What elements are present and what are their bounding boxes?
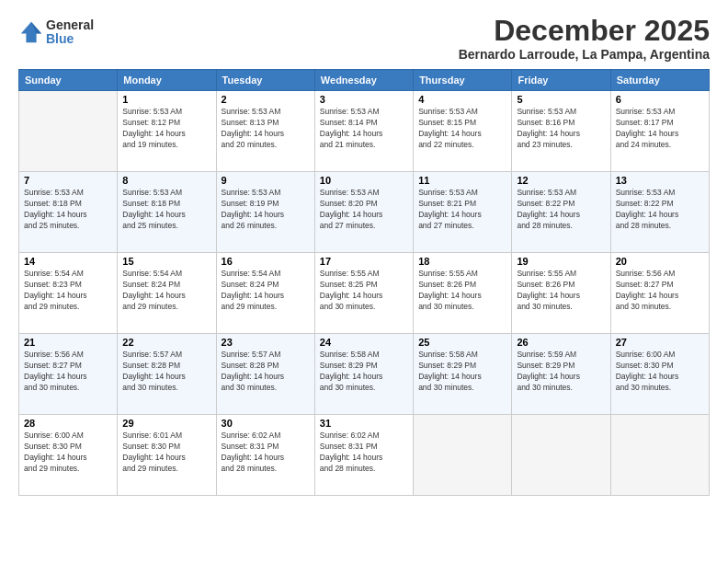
day-info: Sunrise: 6:01 AM Sunset: 8:30 PM Dayligh… bbox=[122, 431, 210, 475]
day-number: 14 bbox=[24, 256, 112, 267]
calendar-cell: 10Sunrise: 5:53 AM Sunset: 8:20 PM Dayli… bbox=[314, 172, 413, 253]
day-info: Sunrise: 5:59 AM Sunset: 8:29 PM Dayligh… bbox=[517, 350, 605, 394]
title-block: December 2025 Bernardo Larroude, La Pamp… bbox=[459, 15, 710, 62]
calendar-cell: 9Sunrise: 5:53 AM Sunset: 8:19 PM Daylig… bbox=[216, 172, 314, 253]
calendar-cell: 31Sunrise: 6:02 AM Sunset: 8:31 PM Dayli… bbox=[314, 415, 413, 496]
day-number: 13 bbox=[616, 175, 704, 186]
day-info: Sunrise: 5:53 AM Sunset: 8:22 PM Dayligh… bbox=[616, 188, 704, 232]
calendar-cell bbox=[610, 415, 709, 496]
weekday-header-tuesday: Tuesday bbox=[216, 70, 314, 91]
day-number: 12 bbox=[517, 175, 605, 186]
calendar-cell: 19Sunrise: 5:55 AM Sunset: 8:26 PM Dayli… bbox=[512, 253, 610, 334]
logo-blue: Blue bbox=[46, 32, 94, 46]
logo-icon bbox=[18, 19, 44, 45]
calendar-cell: 30Sunrise: 6:02 AM Sunset: 8:31 PM Dayli… bbox=[216, 415, 314, 496]
calendar-cell bbox=[19, 91, 118, 172]
day-info: Sunrise: 5:53 AM Sunset: 8:18 PM Dayligh… bbox=[122, 188, 210, 232]
calendar-cell: 2Sunrise: 5:53 AM Sunset: 8:13 PM Daylig… bbox=[216, 91, 314, 172]
calendar-week-row: 21Sunrise: 5:56 AM Sunset: 8:27 PM Dayli… bbox=[19, 334, 710, 415]
day-number: 17 bbox=[320, 256, 408, 267]
day-info: Sunrise: 5:53 AM Sunset: 8:22 PM Dayligh… bbox=[517, 188, 605, 232]
month-title: December 2025 bbox=[459, 15, 710, 47]
day-info: Sunrise: 5:53 AM Sunset: 8:12 PM Dayligh… bbox=[122, 107, 210, 151]
day-info: Sunrise: 6:00 AM Sunset: 8:30 PM Dayligh… bbox=[616, 350, 704, 394]
day-info: Sunrise: 5:53 AM Sunset: 8:15 PM Dayligh… bbox=[418, 107, 506, 151]
day-number: 2 bbox=[222, 94, 310, 105]
day-number: 21 bbox=[24, 337, 112, 348]
calendar-page: General Blue December 2025 Bernardo Larr… bbox=[0, 0, 728, 563]
day-info: Sunrise: 5:58 AM Sunset: 8:29 PM Dayligh… bbox=[320, 350, 408, 394]
day-number: 8 bbox=[122, 175, 210, 186]
day-info: Sunrise: 5:57 AM Sunset: 8:28 PM Dayligh… bbox=[122, 350, 210, 394]
calendar-cell: 3Sunrise: 5:53 AM Sunset: 8:14 PM Daylig… bbox=[314, 91, 413, 172]
calendar-cell: 17Sunrise: 5:55 AM Sunset: 8:25 PM Dayli… bbox=[314, 253, 413, 334]
day-number: 15 bbox=[122, 256, 210, 267]
day-number: 22 bbox=[122, 337, 210, 348]
calendar-cell: 12Sunrise: 5:53 AM Sunset: 8:22 PM Dayli… bbox=[512, 172, 610, 253]
weekday-header-friday: Friday bbox=[512, 70, 610, 91]
day-info: Sunrise: 5:55 AM Sunset: 8:25 PM Dayligh… bbox=[320, 269, 408, 313]
day-number: 7 bbox=[24, 175, 112, 186]
calendar-cell: 14Sunrise: 5:54 AM Sunset: 8:23 PM Dayli… bbox=[19, 253, 118, 334]
day-number: 11 bbox=[418, 175, 506, 186]
day-info: Sunrise: 5:53 AM Sunset: 8:20 PM Dayligh… bbox=[320, 188, 408, 232]
weekday-header-sunday: Sunday bbox=[19, 70, 118, 91]
calendar-cell: 26Sunrise: 5:59 AM Sunset: 8:29 PM Dayli… bbox=[512, 334, 610, 415]
day-info: Sunrise: 5:55 AM Sunset: 8:26 PM Dayligh… bbox=[517, 269, 605, 313]
calendar-cell: 11Sunrise: 5:53 AM Sunset: 8:21 PM Dayli… bbox=[414, 172, 512, 253]
day-info: Sunrise: 5:53 AM Sunset: 8:14 PM Dayligh… bbox=[320, 107, 408, 151]
calendar-cell: 15Sunrise: 5:54 AM Sunset: 8:24 PM Dayli… bbox=[118, 253, 216, 334]
calendar-cell: 23Sunrise: 5:57 AM Sunset: 8:28 PM Dayli… bbox=[216, 334, 314, 415]
calendar-cell: 18Sunrise: 5:55 AM Sunset: 8:26 PM Dayli… bbox=[414, 253, 512, 334]
day-info: Sunrise: 6:00 AM Sunset: 8:30 PM Dayligh… bbox=[24, 431, 112, 475]
day-number: 10 bbox=[320, 175, 408, 186]
day-number: 27 bbox=[616, 337, 704, 348]
calendar-week-row: 14Sunrise: 5:54 AM Sunset: 8:23 PM Dayli… bbox=[19, 253, 710, 334]
calendar-cell: 29Sunrise: 6:01 AM Sunset: 8:30 PM Dayli… bbox=[118, 415, 216, 496]
day-number: 1 bbox=[122, 94, 210, 105]
day-info: Sunrise: 5:53 AM Sunset: 8:19 PM Dayligh… bbox=[222, 188, 310, 232]
day-info: Sunrise: 6:02 AM Sunset: 8:31 PM Dayligh… bbox=[222, 431, 310, 475]
calendar-cell: 5Sunrise: 5:53 AM Sunset: 8:16 PM Daylig… bbox=[512, 91, 610, 172]
calendar-cell: 8Sunrise: 5:53 AM Sunset: 8:18 PM Daylig… bbox=[118, 172, 216, 253]
day-info: Sunrise: 5:56 AM Sunset: 8:27 PM Dayligh… bbox=[616, 269, 704, 313]
day-number: 5 bbox=[517, 94, 605, 105]
day-info: Sunrise: 5:53 AM Sunset: 8:16 PM Dayligh… bbox=[517, 107, 605, 151]
day-info: Sunrise: 5:57 AM Sunset: 8:28 PM Dayligh… bbox=[222, 350, 310, 394]
day-number: 20 bbox=[616, 256, 704, 267]
calendar-week-row: 28Sunrise: 6:00 AM Sunset: 8:30 PM Dayli… bbox=[19, 415, 710, 496]
logo: General Blue bbox=[18, 18, 94, 47]
day-info: Sunrise: 5:53 AM Sunset: 8:13 PM Dayligh… bbox=[222, 107, 310, 151]
calendar-cell: 24Sunrise: 5:58 AM Sunset: 8:29 PM Dayli… bbox=[314, 334, 413, 415]
day-info: Sunrise: 5:54 AM Sunset: 8:23 PM Dayligh… bbox=[24, 269, 112, 313]
day-info: Sunrise: 5:53 AM Sunset: 8:21 PM Dayligh… bbox=[418, 188, 506, 232]
day-number: 4 bbox=[418, 94, 506, 105]
weekday-header-monday: Monday bbox=[118, 70, 216, 91]
day-number: 26 bbox=[517, 337, 605, 348]
day-number: 24 bbox=[320, 337, 408, 348]
calendar-cell: 7Sunrise: 5:53 AM Sunset: 8:18 PM Daylig… bbox=[19, 172, 118, 253]
weekday-header-wednesday: Wednesday bbox=[314, 70, 413, 91]
day-info: Sunrise: 5:56 AM Sunset: 8:27 PM Dayligh… bbox=[24, 350, 112, 394]
calendar-table: SundayMondayTuesdayWednesdayThursdayFrid… bbox=[18, 69, 710, 496]
day-number: 23 bbox=[222, 337, 310, 348]
day-number: 25 bbox=[418, 337, 506, 348]
calendar-cell: 27Sunrise: 6:00 AM Sunset: 8:30 PM Dayli… bbox=[610, 334, 709, 415]
calendar-cell: 28Sunrise: 6:00 AM Sunset: 8:30 PM Dayli… bbox=[19, 415, 118, 496]
calendar-cell: 13Sunrise: 5:53 AM Sunset: 8:22 PM Dayli… bbox=[610, 172, 709, 253]
day-number: 31 bbox=[320, 418, 408, 429]
location-subtitle: Bernardo Larroude, La Pampa, Argentina bbox=[459, 47, 710, 62]
day-number: 28 bbox=[24, 418, 112, 429]
day-info: Sunrise: 6:02 AM Sunset: 8:31 PM Dayligh… bbox=[320, 431, 408, 475]
calendar-cell bbox=[414, 415, 512, 496]
day-info: Sunrise: 5:58 AM Sunset: 8:29 PM Dayligh… bbox=[418, 350, 506, 394]
weekday-header-thursday: Thursday bbox=[414, 70, 512, 91]
calendar-cell: 1Sunrise: 5:53 AM Sunset: 8:12 PM Daylig… bbox=[118, 91, 216, 172]
calendar-cell: 22Sunrise: 5:57 AM Sunset: 8:28 PM Dayli… bbox=[118, 334, 216, 415]
day-info: Sunrise: 5:55 AM Sunset: 8:26 PM Dayligh… bbox=[418, 269, 506, 313]
calendar-week-row: 1Sunrise: 5:53 AM Sunset: 8:12 PM Daylig… bbox=[19, 91, 710, 172]
day-info: Sunrise: 5:54 AM Sunset: 8:24 PM Dayligh… bbox=[222, 269, 310, 313]
logo-general: General bbox=[46, 18, 94, 32]
day-number: 16 bbox=[222, 256, 310, 267]
day-info: Sunrise: 5:53 AM Sunset: 8:17 PM Dayligh… bbox=[616, 107, 704, 151]
